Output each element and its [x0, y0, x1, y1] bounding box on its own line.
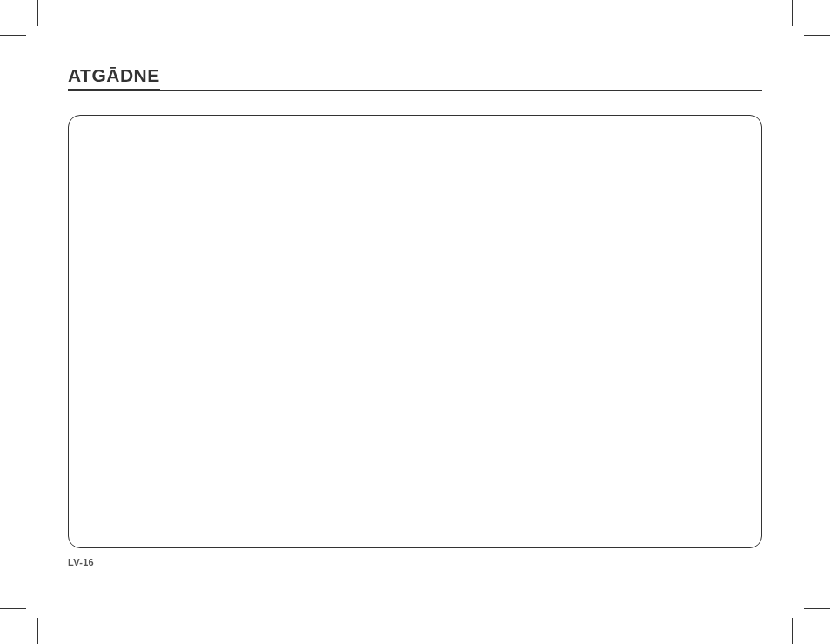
crop-mark [37, 0, 38, 26]
crop-mark [792, 0, 793, 26]
crop-mark [804, 608, 830, 609]
memo-box [68, 115, 762, 548]
heading-section: ATGĀDNE [68, 65, 762, 91]
crop-mark [804, 35, 830, 36]
crop-mark [37, 618, 38, 644]
crop-mark [792, 618, 793, 644]
crop-mark [0, 608, 26, 609]
page-number: LV-16 [68, 557, 762, 567]
page-heading: ATGĀDNE [68, 65, 160, 91]
page-content: ATGĀDNE LV-16 [68, 65, 762, 592]
crop-mark [0, 35, 26, 36]
